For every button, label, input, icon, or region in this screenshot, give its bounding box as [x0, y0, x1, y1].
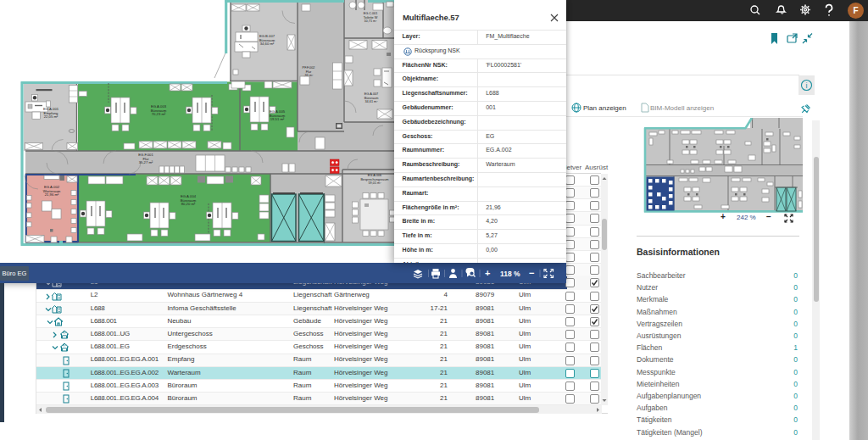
svg-text:EG.A.001Empfang22,05 m²: EG.A.001Empfang22,05 m²	[43, 107, 59, 119]
svg-text:EG.B.007Büroraum34,60 m²: EG.B.007Büroraum34,60 m²	[259, 34, 275, 46]
svg-text:118 %: 118 %	[500, 270, 520, 278]
svg-text:−: −	[529, 268, 534, 278]
svg-text:EG.A.007Büroraum34,61 m²: EG.A.007Büroraum34,61 m²	[364, 92, 379, 103]
svg-text:EG.C.001Toilette W10,71 m²: EG.C.001Toilette W10,71 m²	[364, 12, 378, 23]
svg-text:i: i	[806, 81, 808, 90]
svg-text:+: +	[485, 268, 490, 278]
svg-text:EG.A.002Warteraum21,96 m²: EG.A.002Warteraum21,96 m²	[43, 185, 61, 197]
svg-text:EG.A.003Büroraum70,23 m²: EG.A.003Büroraum70,23 m²	[151, 104, 167, 116]
svg-text:EG.A.005Büroraum19,51 m²: EG.A.005Büroraum19,51 m²	[270, 109, 286, 121]
svg-text:EG.A.004Büroraum80,20 m²: EG.A.004Büroraum80,20 m²	[181, 194, 197, 206]
